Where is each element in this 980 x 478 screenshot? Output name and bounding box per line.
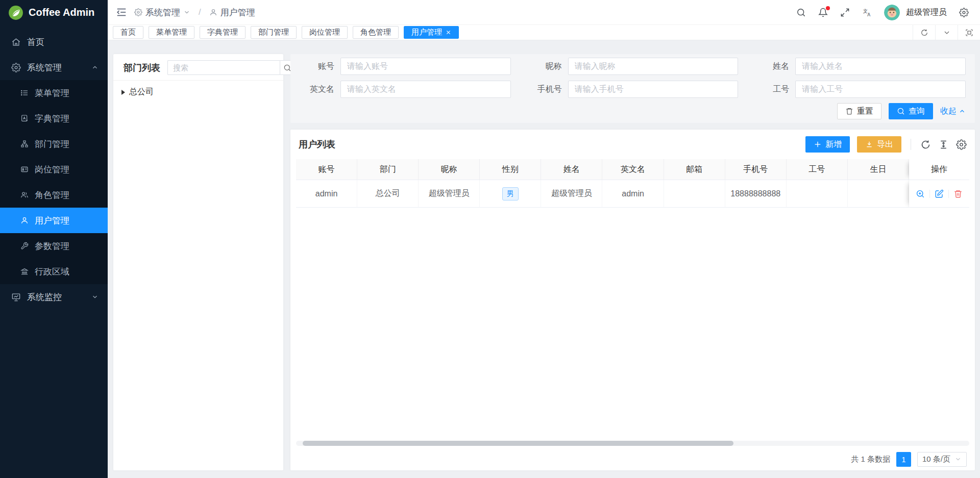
tree-node-label: 总公司 xyxy=(129,87,154,97)
zoom-in-icon[interactable] xyxy=(916,189,925,198)
pagination: 共 1 条数据 1 10 条/页 xyxy=(290,448,975,470)
work-no-input[interactable] xyxy=(795,81,966,98)
refresh-icon[interactable] xyxy=(920,139,931,150)
trash-icon xyxy=(845,107,853,115)
sidebar-item-post-mgmt[interactable]: 岗位管理 xyxy=(0,157,108,182)
user-table-panel: 用户列表 新增 导出 xyxy=(290,130,975,470)
search-form: 账号 昵称 姓名 英文名 xyxy=(290,54,975,123)
tab-dept-mgmt[interactable]: 部门管理 xyxy=(251,26,297,39)
sidebar-item-home[interactable]: 首页 xyxy=(0,29,108,55)
tab-dict-mgmt[interactable]: 字典管理 xyxy=(200,26,246,39)
tab-label: 角色管理 xyxy=(360,28,391,37)
fullscreen-icon[interactable] xyxy=(840,8,850,17)
sidebar-item-label: 系统监控 xyxy=(27,291,85,303)
notification-dot xyxy=(826,6,830,10)
sidebar-item-system-mgmt[interactable]: 系统管理 xyxy=(0,55,108,80)
row-height-icon[interactable] xyxy=(938,139,949,150)
tab-user-mgmt[interactable]: 用户管理 xyxy=(404,26,459,39)
sidebar-item-menu-mgmt[interactable]: 菜单管理 xyxy=(0,80,108,106)
tab-role-mgmt[interactable]: 角色管理 xyxy=(353,26,399,39)
breadcrumb-separator: / xyxy=(199,7,201,17)
sidebar-item-label: 用户管理 xyxy=(35,215,99,227)
sidebar-item-user-mgmt[interactable]: 用户管理 xyxy=(0,208,108,233)
chevron-down-icon[interactable] xyxy=(935,25,958,40)
cell-phone: 18888888888 xyxy=(725,180,787,208)
tab-bar: 首页 菜单管理 字典管理 部门管理 岗位管理 角色管理 用户管理 xyxy=(108,25,980,40)
field-en-name: 英文名 xyxy=(297,81,511,98)
user-name[interactable]: 超级管理员 xyxy=(906,7,947,18)
column-header: 性别 xyxy=(480,159,541,180)
caret-right-icon[interactable] xyxy=(121,90,125,95)
account-input[interactable] xyxy=(340,58,511,75)
phone-input[interactable] xyxy=(568,81,739,98)
scrollbar-thumb[interactable] xyxy=(303,441,733,446)
cell-en-name: admin xyxy=(602,180,664,208)
edit-icon[interactable] xyxy=(935,189,944,198)
field-label: 昵称 xyxy=(524,61,568,72)
cell-account: admin xyxy=(296,180,357,208)
tree-search-input[interactable] xyxy=(167,60,280,75)
search-icon[interactable] xyxy=(796,8,806,17)
cell-work-no xyxy=(787,180,848,208)
frame-fullscreen-icon[interactable] xyxy=(958,25,980,40)
collapse-link[interactable]: 收起 xyxy=(940,106,966,117)
gear-icon[interactable] xyxy=(959,8,969,17)
gear-icon xyxy=(134,8,142,16)
app-title: Coffee Admin xyxy=(29,7,94,18)
user-table: 账号 部门 昵称 性别 姓名 英文名 邮箱 手机号 工号 生日 操作 xyxy=(296,159,969,208)
tab-post-mgmt[interactable]: 岗位管理 xyxy=(302,26,348,39)
dictionary-icon xyxy=(20,114,29,122)
field-work-no: 工号 xyxy=(751,81,966,98)
en-name-input[interactable] xyxy=(340,81,511,98)
breadcrumb-system[interactable]: 系统管理 xyxy=(134,7,190,18)
tree-node-root[interactable]: 总公司 xyxy=(121,87,275,97)
field-phone: 手机号 xyxy=(524,81,739,98)
close-icon[interactable] xyxy=(446,30,451,35)
sidebar-item-system-monitor[interactable]: 系统监控 xyxy=(0,284,108,310)
action-divider xyxy=(948,190,949,198)
column-header: 生日 xyxy=(848,159,909,180)
field-nickname: 昵称 xyxy=(524,58,739,75)
horizontal-scrollbar xyxy=(296,441,969,446)
sidebar-item-label: 首页 xyxy=(27,36,99,48)
export-button[interactable]: 导出 xyxy=(857,136,901,153)
tree-panel-title: 部门列表 xyxy=(124,62,160,74)
name-input[interactable] xyxy=(795,58,966,75)
refresh-icon[interactable] xyxy=(913,25,935,40)
page-size-select[interactable]: 10 条/页 xyxy=(917,452,967,467)
sidebar-item-region-mgmt[interactable]: 行政区域 xyxy=(0,259,108,284)
table-empty-space xyxy=(290,208,975,441)
tab-home[interactable]: 首页 xyxy=(113,26,143,39)
plus-icon xyxy=(814,140,822,148)
cell-nickname: 超级管理员 xyxy=(419,180,480,208)
column-header-actions: 操作 xyxy=(909,159,969,180)
bell-icon[interactable] xyxy=(818,8,828,17)
sidebar-item-dept-mgmt[interactable]: 部门管理 xyxy=(0,131,108,157)
page-button-1[interactable]: 1 xyxy=(896,452,911,467)
menu-fold-icon[interactable] xyxy=(116,7,127,18)
add-user-button[interactable]: 新增 xyxy=(805,136,850,153)
sidebar-item-dict-mgmt[interactable]: 字典管理 xyxy=(0,106,108,131)
gear-icon[interactable] xyxy=(956,139,967,150)
sidebar-item-param-mgmt[interactable]: 参数管理 xyxy=(0,233,108,259)
sidebar-item-label: 行政区域 xyxy=(35,266,99,278)
query-button[interactable]: 查询 xyxy=(889,103,933,119)
leaf-logo-icon xyxy=(8,5,23,20)
column-header: 邮箱 xyxy=(664,159,725,180)
field-label: 手机号 xyxy=(524,84,568,95)
table-header-row: 账号 部门 昵称 性别 姓名 英文名 邮箱 手机号 工号 生日 操作 xyxy=(296,159,969,180)
translate-icon[interactable]: 文A xyxy=(862,8,872,17)
tab-menu-mgmt[interactable]: 菜单管理 xyxy=(149,26,194,39)
sidebar: Coffee Admin 首页 系统管理 菜单管理 字典管理 xyxy=(0,0,108,478)
avatar[interactable] xyxy=(884,5,900,20)
reset-button[interactable]: 重置 xyxy=(837,103,881,119)
page-content: 部门列表 总公司 xyxy=(108,40,980,478)
trash-icon[interactable] xyxy=(953,189,963,198)
sidebar-item-role-mgmt[interactable]: 角色管理 xyxy=(0,182,108,208)
nickname-input[interactable] xyxy=(568,58,739,75)
sidebar-submenu: 菜单管理 字典管理 部门管理 岗位管理 角色管理 xyxy=(0,80,108,284)
field-account: 账号 xyxy=(297,58,511,75)
home-icon xyxy=(11,37,21,47)
sidebar-item-label: 菜单管理 xyxy=(35,87,99,99)
field-label: 工号 xyxy=(751,84,795,95)
